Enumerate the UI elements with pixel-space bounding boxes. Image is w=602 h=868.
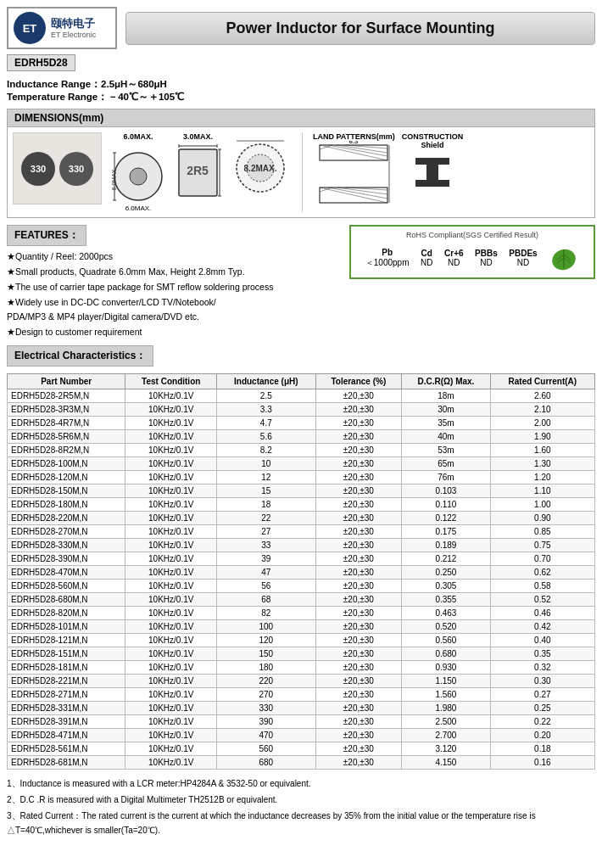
page-header: ET 颐特电子 ET Electronic Power Inductor for… [7,7,595,49]
table-body: EDRH5D28-2R5M,N10KHz/0.1V2.5±20,±3018m2.… [8,389,595,770]
col-header-part-number: Part Number [8,374,125,389]
table-cell-6-0: EDRH5D28-120M,N [8,471,125,484]
table-cell-21-3: ±20,±30 [315,675,402,688]
table-cell-17-1: 10KHz/0.1V [125,620,217,634]
table-cell-16-2: 82 [217,607,315,620]
rohs-pbdes-value: ND [517,258,529,267]
table-cell-12-5: 0.70 [490,552,594,566]
table-cell-10-2: 27 [217,525,315,539]
table-cell-27-1: 10KHz/0.1V [125,756,217,770]
table-cell-2-0: EDRH5D28-4R7M,N [8,417,125,430]
table-cell-11-4: 0.189 [402,539,491,552]
table-cell-24-2: 390 [217,715,315,729]
rohs-pbdes: PBDEs ND [509,249,537,267]
table-cell-22-0: EDRH5D28-271M,N [8,688,125,702]
feature-item-4: ★Widely use in DC-DC converter/LCD TV/No… [7,295,341,311]
table-cell-23-2: 330 [217,702,315,715]
table-cell-4-3: ±20,±30 [315,444,402,457]
table-cell-19-5: 0.35 [490,647,594,661]
construction-label: CONSTRUCTION [402,132,464,141]
dim-svg-3: 8.2MAX. [228,132,292,196]
construction-type: Shield [421,141,443,149]
table-cell-6-3: ±20,±30 [315,471,402,484]
table-row: EDRH5D28-151M,N10KHz/0.1V150±20,±300.680… [8,647,595,661]
svg-text:6.3: 6.3 [349,141,360,145]
table-cell-26-1: 10KHz/0.1V [125,742,217,756]
table-cell-13-2: 47 [217,566,315,580]
construction-svg [411,149,454,196]
rohs-pbbs: PBBs ND [475,249,498,267]
rohs-section: RoHS Compliant(SGS Certified Result) Pb … [349,225,595,279]
table-cell-2-1: 10KHz/0.1V [125,417,217,430]
table-cell-16-3: ±20,±30 [315,607,402,620]
note-2: 2、D.C .R is measured with a Digital Mult… [7,792,595,807]
table-cell-1-3: ±20,±30 [315,403,402,417]
table-cell-2-5: 2.00 [490,417,594,430]
svg-text:6.0MAX.: 6.0MAX. [111,168,117,191]
table-row: EDRH5D28-4R7M,N10KHz/0.1V4.7±20,±3035m2.… [8,417,595,430]
table-cell-13-3: ±20,±30 [315,566,402,580]
table-cell-13-1: 10KHz/0.1V [125,566,217,580]
specs-block: Inductance Range：2.5μH～680μH Temperature… [7,78,595,104]
table-cell-15-4: 0.355 [402,593,491,607]
electrical-table: Part Number Test Condition Inductance (μ… [7,373,595,770]
table-cell-14-0: EDRH5D28-560M,N [8,580,125,593]
table-cell-12-0: EDRH5D28-390M,N [8,552,125,566]
table-cell-13-0: EDRH5D28-470M,N [8,566,125,580]
rohs-cd: Cd ND [421,249,432,267]
table-cell-5-1: 10KHz/0.1V [125,457,217,471]
svg-point-1 [130,168,147,185]
table-cell-3-4: 40m [402,430,491,444]
table-cell-11-0: EDRH5D28-330M,N [8,539,125,552]
table-cell-16-4: 0.463 [402,607,491,620]
table-cell-2-4: 35m [402,417,491,430]
feature-item-2: ★Small products, Quadrate 6.0mm Max, Hei… [7,265,341,280]
product-title: Power Inductor for Surface Mounting [226,20,494,36]
table-cell-1-4: 30m [402,403,491,417]
table-cell-7-5: 1.10 [490,484,594,498]
features-box: FEATURES： ★Quantity / Reel: 2000pcs ★Sma… [7,225,341,340]
table-cell-10-1: 10KHz/0.1V [125,525,217,539]
table-cell-10-4: 0.175 [402,525,491,539]
logo-chinese: 颐特电子 [51,17,96,31]
dim1-sub: 6.0MAX. [125,204,152,212]
table-cell-8-3: ±20,±30 [315,498,402,512]
table-cell-13-4: 0.250 [402,566,491,580]
rohs-pb: Pb ＜1000ppm [365,248,410,269]
dimensions-content: 330 330 6.0MAX. 6.0MAX. 6.0MAX. [8,127,594,217]
svg-rect-38 [426,165,438,180]
dim-drawing-2: 3.0MAX. 2R5 [175,132,221,212]
table-cell-24-5: 0.22 [490,715,594,729]
logo-circle: ET [14,12,46,44]
notes-section: 1、Inductance is measured with a LCR mete… [7,776,595,837]
table-row: EDRH5D28-680M,N10KHz/0.1V68±20,±300.3550… [8,593,595,607]
table-row: EDRH5D28-471M,N10KHz/0.1V470±20,±302.700… [8,729,595,742]
table-cell-1-0: EDRH5D28-3R3M,N [8,403,125,417]
table-row: EDRH5D28-331M,N10KHz/0.1V330±20,±301.980… [8,702,595,715]
table-row: EDRH5D28-560M,N10KHz/0.1V56±20,±300.3050… [8,580,595,593]
table-row: EDRH5D28-101M,N10KHz/0.1V100±20,±300.520… [8,620,595,634]
table-cell-26-0: EDRH5D28-561M,N [8,742,125,756]
table-cell-5-0: EDRH5D28-100M,N [8,457,125,471]
part-number-badge: EDRH5D28 [7,54,75,71]
table-row: EDRH5D28-270M,N10KHz/0.1V27±20,±300.1750… [8,525,595,539]
table-cell-18-3: ±20,±30 [315,634,402,647]
inductance-range-label: Inductance Range： [7,79,101,89]
rohs-cr6-value: ND [448,258,460,267]
table-cell-8-1: 10KHz/0.1V [125,498,217,512]
table-cell-5-3: ±20,±30 [315,457,402,471]
table-cell-4-0: EDRH5D28-8R2M,N [8,444,125,457]
table-cell-19-0: EDRH5D28-151M,N [8,647,125,661]
logo-box: ET 颐特电子 ET Electronic [7,7,117,49]
table-row: EDRH5D28-121M,N10KHz/0.1V120±20,±300.560… [8,634,595,647]
note-3: 3、Rated Current：The rated current is the… [7,809,595,837]
table-row: EDRH5D28-470M,N10KHz/0.1V47±20,±300.2500… [8,566,595,580]
table-cell-6-4: 76m [402,471,491,484]
table-row: EDRH5D28-150M,N10KHz/0.1V15±20,±300.1031… [8,484,595,498]
table-cell-11-1: 10KHz/0.1V [125,539,217,552]
feature-item-5: PDA/MP3 & MP4 player/Digital camera/DVD … [7,310,341,325]
table-cell-20-3: ±20,±30 [315,661,402,675]
table-cell-14-1: 10KHz/0.1V [125,580,217,593]
table-cell-6-5: 1.20 [490,471,594,484]
table-row: EDRH5D28-681M,N10KHz/0.1V680±20,±304.150… [8,756,595,770]
